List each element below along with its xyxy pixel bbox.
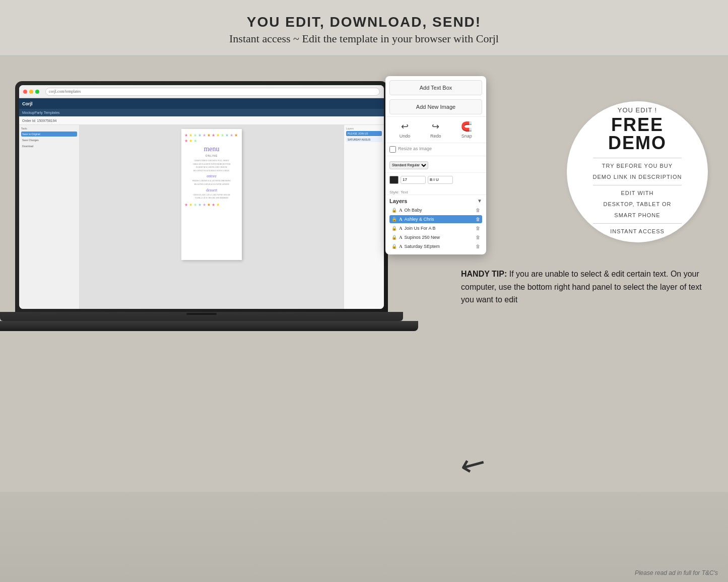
redo-icon: ↪ [432,121,439,132]
layer-row-ohbaby[interactable]: 🔒 A Oh Baby 🗑 [389,206,482,214]
star: ★ [184,203,188,207]
star: ★ [189,203,192,207]
main-area: corjl.com/templates Corjl MockupParty Te… [0,56,728,582]
handy-tip-text: HANDY TIP: If you are unable to select &… [461,268,713,306]
layers-chevron-icon[interactable]: ▼ [477,198,482,204]
sidebar-save-changes[interactable]: Save Changes [21,138,77,143]
add-new-image-btn[interactable]: Add New Image [389,99,482,114]
add-text-box-btn[interactable]: Add Text Box [389,80,482,95]
layers-header: Layers ▼ [389,198,482,204]
corjl-nav-item: MockupParty Templates [22,111,60,114]
redo-label: Redo [430,134,441,139]
star: ★ [203,133,206,138]
star: ★ [203,203,206,207]
browser-min-dot [29,90,33,94]
laptop-screen: corjl.com/templates Corjl MockupParty Te… [19,85,384,309]
undo-tool[interactable]: ↩ Undo [400,121,411,139]
text-format-input[interactable] [428,176,453,184]
demo-you-edit: YOU EDIT ! [618,106,657,114]
corjl-sidebar-right: Layers PLEASE JOIN US SATURDAY AUGUS [344,125,384,309]
demo-free: FREE [611,116,664,134]
snap-label: Snap [461,134,472,139]
browser-close-dot [23,90,27,94]
laptop-outer: corjl.com/templates Corjl MockupParty Te… [15,81,388,313]
panel-font-section: Standard Regular [385,156,486,172]
resize-checkbox[interactable] [389,146,396,153]
demo-divider-3 [593,223,682,224]
star: ★ [189,139,192,143]
resize-row: Resize as Image [389,146,482,153]
undo-icon: ↩ [401,121,409,132]
layer-name-ashley: Ashley & Chris [405,217,474,222]
top-banner: YOU EDIT, DOWNLOAD, SEND! Instant access… [0,0,728,56]
star: ★ [230,133,233,138]
star: ★ [198,133,202,138]
star: ★ [184,139,188,143]
layer-a-icon: A [399,235,403,240]
layer-name-saturday: Saturday SEptem [405,244,474,249]
layer-a-icon: A [399,244,403,249]
layer-name-joinus: Join Us For A B [405,226,474,231]
demo-smartphone: SMART PHONE [614,211,660,220]
color-swatch[interactable] [389,176,399,184]
menu-subtitle: online [184,154,239,157]
layer-row-supinos[interactable]: 🔒 A Supinos 250 New 🗑 [389,233,482,241]
size-row [389,176,482,184]
browser-max-dot [35,90,39,94]
redo-tool[interactable]: ↪ Redo [430,121,441,139]
layer-item-saturday[interactable]: SATURDAY AUGUS [346,137,382,142]
sidebar-save[interactable]: Save to Original [21,132,77,137]
layers-title: Layers [389,198,407,204]
corjl-header: Corjl [19,98,384,109]
handy-tip-label: HANDY TIP: [461,270,507,278]
browser-chrome: corjl.com/templates [19,85,384,98]
browser-url: corjl.com/templates [49,89,81,94]
lock-icon: 🔒 [391,217,397,222]
menu-section-dessert: dessert [184,188,239,192]
corjl-canvas-area: ★ ★ ★ ★ ★ ★ ★ ★ ★ ★ [80,125,344,309]
browser-addressbar[interactable]: corjl.com/templates [45,88,380,96]
star: ★ [225,133,229,138]
menu-food-1: CRISPY FRIED CHICKEN PULL SHEET [184,159,239,162]
menu-food-2: GRILLED SALMON WITH HERB BUTTER [184,163,239,166]
demo-try-before: TRY BEFORE YOU BUY [602,162,673,171]
menu-food-3: BAKED MACARONI AND CHEESE [184,166,239,169]
trash-icon[interactable]: 🗑 [476,208,480,213]
menu-food-8: VANILLA ICE CREAM AND BERRIES [184,197,239,200]
layer-name-ohbaby: Oh Baby [405,208,474,213]
laptop-base [0,312,403,321]
font-select[interactable]: Standard Regular [389,161,428,169]
star: ★ [212,133,215,138]
undo-label: Undo [400,134,411,139]
demo-divider-1 [593,158,682,158]
trash-icon[interactable]: 🗑 [476,217,480,222]
star: ★ [216,133,220,138]
desk-surface [0,492,728,582]
layer-item-please[interactable]: PLEASE JOIN US [346,131,382,136]
trash-icon[interactable]: 🗑 [476,235,480,240]
arrow-curve-icon: ↙ [454,442,494,485]
snap-tool[interactable]: 🧲 Snap [461,121,472,139]
sidebar-download[interactable]: Download [21,144,77,149]
style-text-label: Style: Text [385,189,486,195]
demo-instant-access: INSTANT ACCESS [610,227,665,236]
star: ★ [198,203,202,207]
star: ★ [207,133,211,138]
tc-text: Please read ad in full for T&C's [635,569,718,576]
star: ★ [212,203,215,207]
trash-icon[interactable]: 🗑 [476,226,480,231]
layer-row-joinus[interactable]: 🔒 A Join Us For A B 🗑 [389,224,482,232]
layer-row-ashley[interactable]: 🔒 A Ashley & Chris 🗑 [389,215,482,223]
layer-row-saturday[interactable]: 🔒 A Saturday SEptem 🗑 [389,242,482,250]
corjl-nav: MockupParty Templates [19,109,384,116]
trash-icon[interactable]: 🗑 [476,244,480,249]
star: ★ [193,133,197,138]
demo-demo: DEMO [608,134,667,152]
star: ★ [193,139,197,143]
laptop-mockup: corjl.com/templates Corjl MockupParty Te… [0,71,398,504]
demo-circle: YOU EDIT ! FREE DEMO TRY BEFORE YOU BUY … [567,101,708,242]
font-size-input[interactable] [401,176,426,184]
star: ★ [207,203,211,207]
demo-edit-with: EDIT WITH [621,189,653,198]
menu-card: ★ ★ ★ ★ ★ ★ ★ ★ ★ ★ [181,129,242,260]
